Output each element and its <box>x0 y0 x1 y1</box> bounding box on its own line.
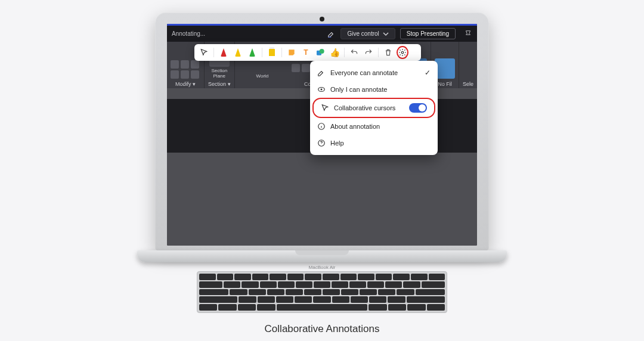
give-control-dropdown[interactable]: Give control <box>340 28 395 39</box>
laptop-hinge <box>137 250 507 262</box>
gear-highlight-circle <box>397 46 408 59</box>
ribbon-label-nofilter: No Fil <box>438 80 452 87</box>
undo-button[interactable] <box>348 46 360 58</box>
stop-presenting-label: Stop Presenting <box>407 30 449 37</box>
cursor-tool[interactable] <box>198 46 210 58</box>
svg-point-2 <box>401 51 404 54</box>
eye-icon <box>317 85 326 94</box>
trash-button[interactable] <box>382 46 394 58</box>
pen-green-tool[interactable] <box>246 46 258 58</box>
laptop-frame: Annotating... Give control Stop Presenti… <box>137 12 507 313</box>
pen-underline-icon[interactable] <box>327 30 336 38</box>
annotation-settings-menu: Everyone can annotate ✓ Only I can annot… <box>310 61 438 155</box>
presenting-bar: Annotating... Give control Stop Presenti… <box>167 24 477 42</box>
chevron-down-icon <box>383 31 389 37</box>
stop-presenting-button[interactable]: Stop Presenting <box>400 28 456 39</box>
menu-help[interactable]: Help <box>310 135 438 151</box>
svg-point-1 <box>320 49 324 54</box>
laptop-lid: Annotating... Give control Stop Presenti… <box>155 12 489 250</box>
toggle-on[interactable] <box>409 103 427 113</box>
highlighter-yellow-tool[interactable] <box>266 46 278 58</box>
redo-button[interactable] <box>363 46 374 58</box>
hinge-notch <box>295 250 349 255</box>
laptop-deck: MacBook Air <box>161 262 483 313</box>
reaction-tool[interactable]: 👍 <box>329 46 340 58</box>
ribbon-label-select: Sele <box>463 80 473 87</box>
text-tool[interactable]: T <box>300 46 312 58</box>
world-label: World <box>239 73 269 79</box>
menu-label: Everyone can annotate <box>330 69 420 76</box>
pen-red-tool[interactable] <box>218 46 230 58</box>
laptop-brand: MacBook Air <box>309 262 336 271</box>
section-plane-label: Section Plane <box>211 68 227 79</box>
cursor-icon <box>321 104 329 112</box>
gear-icon <box>398 48 407 57</box>
keyboard <box>197 271 447 313</box>
pencil-icon <box>317 69 326 77</box>
figure-caption: Collaborative Annotations <box>0 323 644 335</box>
info-icon <box>317 122 326 131</box>
menu-collaborative-cursors[interactable]: Collaborative cursors <box>312 98 435 118</box>
ribbon-label-section: Section ▾ <box>208 80 231 87</box>
give-control-label: Give control <box>347 30 379 37</box>
menu-about-annotation[interactable]: About annotation <box>310 118 438 135</box>
annotating-status: Annotating... <box>172 30 205 37</box>
check-icon: ✓ <box>425 69 431 77</box>
annotation-toolbar: T 👍 <box>194 44 421 61</box>
sticky-note-tool[interactable] <box>286 46 298 58</box>
menu-only-i-annotate[interactable]: Only I can annotate <box>310 81 438 98</box>
camera-dot <box>320 17 324 21</box>
ribbon-group-select[interactable]: Sele <box>459 42 477 88</box>
menu-label: Collaborative cursors <box>334 104 404 111</box>
settings-gear-button[interactable] <box>397 46 408 58</box>
menu-label: About annotation <box>330 123 431 130</box>
popout-icon[interactable] <box>464 30 472 38</box>
shape-tool[interactable] <box>314 46 326 58</box>
menu-label: Help <box>330 140 431 147</box>
ribbon-label-modify: Modify ▾ <box>175 80 196 87</box>
menu-label: Only I can annotate <box>330 86 431 93</box>
menu-everyone-annotate[interactable]: Everyone can annotate ✓ <box>310 64 438 81</box>
screen: Annotating... Give control Stop Presenti… <box>167 24 477 246</box>
help-icon <box>317 139 326 147</box>
svg-point-4 <box>321 89 323 91</box>
pen-yellow-tool[interactable] <box>232 46 244 58</box>
